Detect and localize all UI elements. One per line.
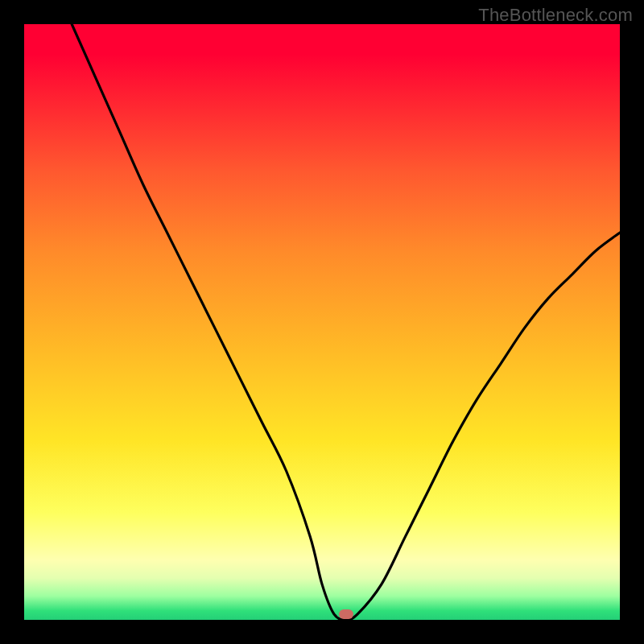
watermark-text: TheBottleneck.com — [478, 5, 633, 26]
optimum-marker — [339, 609, 353, 619]
bottleneck-curve — [72, 24, 620, 620]
curve-layer — [24, 24, 620, 620]
plot-area — [24, 24, 620, 620]
chart-frame: TheBottleneck.com — [0, 0, 644, 644]
